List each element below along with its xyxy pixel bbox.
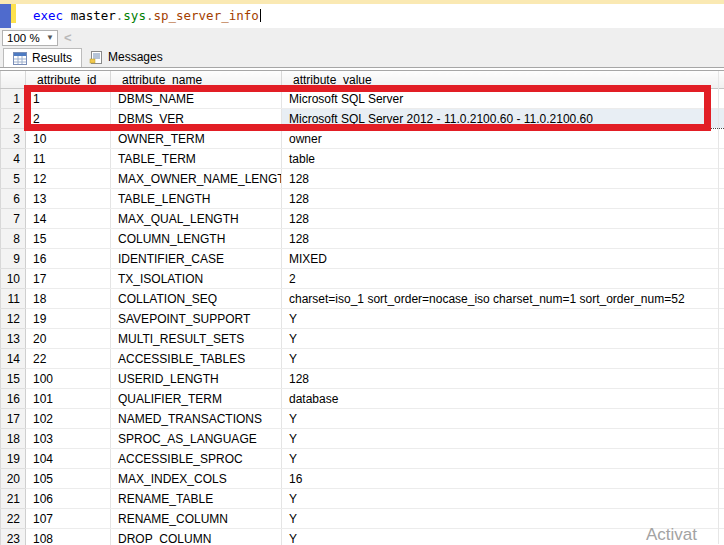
row-number[interactable]: 22 <box>1 509 26 529</box>
cell-attribute_id[interactable]: 13 <box>26 189 111 209</box>
row-number[interactable]: 3 <box>1 129 26 149</box>
cell-attribute_value[interactable]: Y <box>282 349 724 369</box>
cell-attribute_value[interactable]: Y <box>282 329 724 349</box>
query-editor[interactable]: exec master.sys.sp_server_info <box>0 4 724 28</box>
cell-attribute_id[interactable]: 10 <box>26 129 111 149</box>
column-header-attribute-name[interactable]: attribute_name <box>111 71 282 89</box>
cell-attribute_id[interactable]: 2 <box>26 109 111 129</box>
column-header-attribute-value[interactable]: attribute_value <box>282 71 724 89</box>
cell-attribute_id[interactable]: 14 <box>26 209 111 229</box>
cell-attribute_id[interactable]: 100 <box>26 369 111 389</box>
cell-attribute_name[interactable]: ACCESSIBLE_SPROC <box>111 449 282 469</box>
cell-attribute_value[interactable]: MIXED <box>282 249 724 269</box>
cell-attribute_id[interactable]: 22 <box>26 349 111 369</box>
cell-attribute_id[interactable]: 16 <box>26 249 111 269</box>
row-number[interactable]: 12 <box>1 309 26 329</box>
scroll-left-arrow-icon[interactable]: < <box>64 30 72 46</box>
row-number[interactable]: 5 <box>1 169 26 189</box>
cell-attribute_name[interactable]: RENAME_TABLE <box>111 489 282 509</box>
cell-attribute_name[interactable]: OWNER_TERM <box>111 129 282 149</box>
cell-attribute_id[interactable]: 11 <box>26 149 111 169</box>
cell-attribute_name[interactable]: TABLE_TERM <box>111 149 282 169</box>
cell-attribute_name[interactable]: NAMED_TRANSACTIONS <box>111 409 282 429</box>
cell-attribute_id[interactable]: 102 <box>26 409 111 429</box>
row-number[interactable]: 1 <box>1 89 26 109</box>
cell-attribute_name[interactable]: MAX_OWNER_NAME_LENGTH <box>111 169 282 189</box>
cell-attribute_value[interactable]: Y <box>282 449 724 469</box>
cell-attribute_name[interactable]: MAX_QUAL_LENGTH <box>111 209 282 229</box>
cell-attribute_value[interactable]: Y <box>282 309 724 329</box>
chevron-down-icon[interactable]: ▼ <box>46 31 54 45</box>
cell-attribute_name[interactable]: MULTI_RESULT_SETS <box>111 329 282 349</box>
row-number[interactable]: 7 <box>1 209 26 229</box>
cell-attribute_value[interactable]: 128 <box>282 189 724 209</box>
tab-results[interactable]: Results <box>3 48 82 67</box>
cell-attribute_name[interactable]: DROP_COLUMN <box>111 529 282 545</box>
cell-attribute_name[interactable]: USERID_LENGTH <box>111 369 282 389</box>
row-number[interactable]: 14 <box>1 349 26 369</box>
cell-attribute_id[interactable]: 101 <box>26 389 111 409</box>
cell-attribute_value[interactable]: 128 <box>282 209 724 229</box>
row-number[interactable]: 11 <box>1 289 26 309</box>
cell-attribute_id[interactable]: 15 <box>26 229 111 249</box>
cell-attribute_value[interactable]: charset=iso_1 sort_order=nocase_iso char… <box>282 289 724 309</box>
cell-attribute_id[interactable]: 1 <box>26 89 111 109</box>
row-number[interactable]: 15 <box>1 369 26 389</box>
row-number[interactable]: 17 <box>1 409 26 429</box>
row-number[interactable]: 19 <box>1 449 26 469</box>
cell-attribute_value[interactable]: 128 <box>282 169 724 189</box>
cell-attribute_value[interactable]: Microsoft SQL Server <box>282 89 724 109</box>
cell-attribute_id[interactable]: 18 <box>26 289 111 309</box>
row-number[interactable]: 4 <box>1 149 26 169</box>
cell-attribute_name[interactable]: SPROC_AS_LANGUAGE <box>111 429 282 449</box>
cell-attribute_value[interactable]: 128 <box>282 369 724 389</box>
row-number[interactable]: 18 <box>1 429 26 449</box>
row-number[interactable]: 10 <box>1 269 26 289</box>
cell-attribute_name[interactable]: RENAME_COLUMN <box>111 509 282 529</box>
cell-attribute_id[interactable]: 105 <box>26 469 111 489</box>
cell-attribute_value[interactable]: database <box>282 389 724 409</box>
zoom-level-dropdown[interactable]: 100 % ▼ <box>2 30 58 46</box>
sql-query-text[interactable]: exec master.sys.sp_server_info <box>33 7 261 24</box>
column-header-attribute-id[interactable]: attribute_id <box>26 71 111 89</box>
cell-attribute_value[interactable]: 2 <box>282 269 724 289</box>
cell-attribute_name[interactable]: MAX_INDEX_COLS <box>111 469 282 489</box>
row-number[interactable]: 16 <box>1 389 26 409</box>
cell-attribute_value[interactable]: owner <box>282 129 724 149</box>
cell-attribute_value[interactable]: Y <box>282 489 724 509</box>
cell-attribute_name[interactable]: DBMS_NAME <box>111 89 282 109</box>
cell-attribute_name[interactable]: ACCESSIBLE_TABLES <box>111 349 282 369</box>
cell-attribute_id[interactable]: 108 <box>26 529 111 545</box>
cell-attribute_name[interactable]: SAVEPOINT_SUPPORT <box>111 309 282 329</box>
select-all-corner[interactable] <box>1 71 26 89</box>
cell-attribute_value[interactable]: Microsoft SQL Server 2012 - 11.0.2100.60… <box>282 109 724 129</box>
cell-attribute_id[interactable]: 19 <box>26 309 111 329</box>
row-number[interactable]: 23 <box>1 529 26 545</box>
cell-attribute_id[interactable]: 104 <box>26 449 111 469</box>
row-number[interactable]: 20 <box>1 469 26 489</box>
cell-attribute_id[interactable]: 106 <box>26 489 111 509</box>
cell-attribute_name[interactable]: COLLATION_SEQ <box>111 289 282 309</box>
row-number[interactable]: 8 <box>1 229 26 249</box>
row-number[interactable]: 2 <box>1 109 26 129</box>
cell-attribute_name[interactable]: DBMS_VER <box>111 109 282 129</box>
row-number[interactable]: 9 <box>1 249 26 269</box>
cell-attribute_id[interactable]: 103 <box>26 429 111 449</box>
cell-attribute_value[interactable]: Y <box>282 429 724 449</box>
cell-attribute_value[interactable]: 16 <box>282 469 724 489</box>
cell-attribute_value[interactable]: Y <box>282 409 724 429</box>
cell-attribute_name[interactable]: TABLE_LENGTH <box>111 189 282 209</box>
cell-attribute_id[interactable]: 17 <box>26 269 111 289</box>
cell-attribute_id[interactable]: 20 <box>26 329 111 349</box>
tab-messages[interactable]: Messages <box>80 48 172 66</box>
cell-attribute_name[interactable]: COLUMN_LENGTH <box>111 229 282 249</box>
row-number[interactable]: 13 <box>1 329 26 349</box>
cell-attribute_value[interactable]: table <box>282 149 724 169</box>
cell-attribute_id[interactable]: 12 <box>26 169 111 189</box>
cell-attribute_name[interactable]: TX_ISOLATION <box>111 269 282 289</box>
cell-attribute_value[interactable]: 128 <box>282 229 724 249</box>
row-number[interactable]: 6 <box>1 189 26 209</box>
cell-attribute_id[interactable]: 107 <box>26 509 111 529</box>
row-number[interactable]: 21 <box>1 489 26 509</box>
cell-attribute_name[interactable]: IDENTIFIER_CASE <box>111 249 282 269</box>
